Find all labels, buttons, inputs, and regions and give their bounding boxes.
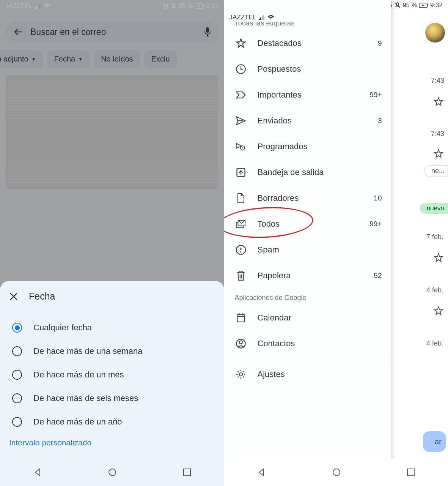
signal-icon bbox=[35, 3, 41, 9]
option-month[interactable]: De hace más de un mes bbox=[12, 363, 215, 387]
trash-icon bbox=[236, 270, 246, 281]
signal-icon bbox=[259, 15, 265, 20]
drawer-item-outbox[interactable]: Bandeja de salida bbox=[224, 159, 391, 185]
svg-point-29 bbox=[239, 373, 242, 376]
star-icon bbox=[236, 38, 246, 49]
star-icon[interactable] bbox=[434, 253, 443, 263]
drawer-item-sent[interactable]: Enviados 3 bbox=[224, 108, 391, 134]
drawer-item-all-mail[interactable]: Todos 99+ bbox=[224, 211, 391, 237]
mail-time: 7:43 bbox=[431, 77, 444, 85]
custom-interval-link[interactable]: Intervalo personalizado bbox=[0, 434, 224, 447]
svg-rect-3 bbox=[39, 4, 41, 9]
gear-icon bbox=[236, 369, 246, 380]
drawer-item-contacts[interactable]: Contactos bbox=[224, 331, 391, 357]
mail-time: 7:43 bbox=[431, 130, 444, 138]
count-badge: 10 bbox=[374, 194, 382, 202]
drawer-item-spam[interactable]: Spam bbox=[224, 237, 391, 263]
svg-rect-31 bbox=[407, 469, 414, 476]
radio-icon bbox=[12, 346, 22, 356]
option-year[interactable]: De hace más de un año bbox=[12, 410, 215, 434]
svg-rect-15 bbox=[259, 19, 260, 20]
option-any-date[interactable]: Cualquier fecha bbox=[12, 316, 215, 339]
battery-icon bbox=[195, 3, 204, 9]
svg-rect-2 bbox=[38, 5, 39, 9]
date-filter-sheet: Fecha Cualquier fecha De hace más de una… bbox=[0, 281, 224, 459]
mute-icon bbox=[170, 3, 177, 9]
bg-chip-new: nuevo bbox=[420, 203, 448, 214]
radio-icon bbox=[12, 417, 22, 427]
svg-rect-7 bbox=[203, 5, 204, 7]
option-six-months[interactable]: De hace más de seis meses bbox=[12, 387, 215, 410]
svg-rect-14 bbox=[428, 4, 428, 6]
alarm-icon bbox=[162, 3, 169, 9]
status-bar-right: JAZZTEL bbox=[224, 11, 391, 22]
star-icon[interactable] bbox=[434, 306, 443, 316]
contacts-icon bbox=[236, 338, 246, 349]
drawer-item-calendar[interactable]: Calendar bbox=[224, 305, 391, 331]
wifi-icon bbox=[43, 3, 51, 9]
time-label: 9:31 bbox=[206, 2, 218, 10]
svg-point-25 bbox=[240, 251, 242, 253]
mute-icon bbox=[394, 2, 401, 9]
outbox-icon bbox=[236, 167, 246, 178]
clock-icon bbox=[236, 64, 246, 74]
avatar[interactable] bbox=[425, 23, 445, 43]
nav-back-icon[interactable] bbox=[257, 468, 266, 477]
battery-icon bbox=[419, 3, 429, 8]
drawer-item-scheduled[interactable]: Programados bbox=[224, 134, 391, 159]
compose-button[interactable]: ar bbox=[423, 431, 446, 452]
sheet-title: Fecha bbox=[29, 291, 55, 302]
file-icon bbox=[236, 193, 246, 204]
bg-chip-ne: ne... bbox=[424, 165, 448, 177]
star-icon[interactable] bbox=[434, 149, 443, 159]
calendar-icon bbox=[236, 312, 246, 323]
drawer-item-settings[interactable]: Ajustes bbox=[224, 361, 391, 387]
drawer-item-important[interactable]: Importantes 99+ bbox=[224, 82, 391, 108]
nav-back-icon[interactable] bbox=[33, 468, 42, 477]
nav-home-icon[interactable] bbox=[332, 468, 341, 477]
radio-icon bbox=[12, 393, 22, 403]
drawer-item-drafts[interactable]: Borradores 10 bbox=[224, 185, 391, 211]
drawer-item-starred[interactable]: Destacados 9 bbox=[224, 30, 391, 56]
nav-home-icon[interactable] bbox=[108, 468, 117, 477]
left-screenshot: JAZZTEL 95 % 9:31 Buscar en el bbox=[0, 0, 224, 486]
radio-icon bbox=[12, 370, 22, 380]
close-icon[interactable] bbox=[9, 292, 18, 301]
nav-recent-icon[interactable] bbox=[183, 468, 191, 477]
svg-point-30 bbox=[333, 469, 340, 476]
google-apps-header: Aplicaciones de Google bbox=[224, 289, 391, 305]
all-labels-header: Todas las etiquetas bbox=[224, 21, 391, 30]
spam-icon bbox=[236, 245, 246, 255]
status-bar-left: JAZZTEL 95 % 9:31 bbox=[0, 0, 224, 11]
divider bbox=[224, 359, 391, 359]
svg-point-9 bbox=[109, 469, 116, 476]
count-badge: 99+ bbox=[369, 91, 382, 99]
carrier-label: JAZZTEL bbox=[5, 2, 33, 10]
svg-rect-0 bbox=[35, 7, 36, 9]
mail-date: 4 feb. bbox=[426, 339, 443, 347]
svg-rect-18 bbox=[263, 15, 264, 20]
drawer-item-trash[interactable]: Papelera 52 bbox=[224, 263, 391, 289]
battery-label: 95 % bbox=[179, 2, 193, 10]
svg-point-28 bbox=[239, 341, 242, 344]
count-badge: 9 bbox=[378, 39, 382, 47]
wifi-icon bbox=[267, 14, 275, 21]
status-right-corner: 95 % 9:32 bbox=[386, 2, 443, 9]
nav-recent-icon[interactable] bbox=[407, 468, 415, 477]
svg-rect-26 bbox=[237, 314, 244, 322]
android-nav-bar-left bbox=[0, 459, 224, 486]
drawer-item-snoozed[interactable]: Pospuestos bbox=[224, 56, 391, 82]
send-icon bbox=[236, 115, 246, 126]
android-nav-bar-right bbox=[224, 459, 448, 486]
option-week[interactable]: De hace más de una semana bbox=[12, 339, 215, 363]
battery-label: 95 % bbox=[402, 2, 417, 9]
radio-selected-icon bbox=[12, 323, 22, 333]
count-badge: 3 bbox=[378, 117, 382, 125]
svg-rect-1 bbox=[36, 6, 38, 9]
carrier-label: JAZZTEL bbox=[230, 14, 257, 21]
svg-rect-16 bbox=[260, 17, 261, 20]
star-icon[interactable] bbox=[434, 97, 443, 107]
count-badge: 52 bbox=[374, 271, 382, 280]
count-badge: 99+ bbox=[369, 220, 382, 228]
mail-date: 7 feb. bbox=[426, 233, 443, 241]
